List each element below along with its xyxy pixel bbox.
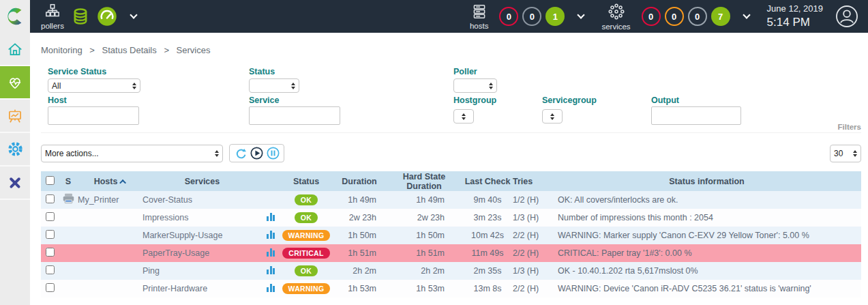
status-cell: CRITICAL bbox=[280, 244, 333, 262]
graph-icon[interactable] bbox=[267, 231, 275, 239]
pollers-label: pollers bbox=[41, 23, 64, 31]
status-badge: OK bbox=[295, 212, 318, 224]
status-counter[interactable]: 7 bbox=[711, 7, 730, 26]
poller-label: Poller bbox=[453, 67, 477, 76]
hosts-chevron-down-icon[interactable] bbox=[578, 11, 585, 18]
status-cell: WARNING bbox=[280, 227, 333, 244]
status-information-cell: OK: All covers/interlocks are ok. bbox=[552, 191, 861, 209]
host-icon-cell bbox=[59, 227, 78, 244]
service-link[interactable]: MarkerSupply-Usage bbox=[143, 231, 222, 240]
row-checkbox[interactable] bbox=[46, 230, 55, 239]
clock: June 12, 2019 5:14 PM bbox=[767, 3, 823, 29]
sidebar-item-monitoring[interactable] bbox=[0, 66, 30, 100]
breadcrumb-status-details[interactable]: Status Details bbox=[102, 45, 157, 55]
table-row: Printer-HardwareWARNING1h 53m1h 53m13m 8… bbox=[41, 280, 861, 297]
status-counter[interactable]: 1 bbox=[545, 7, 565, 26]
host-link[interactable]: My_Printer bbox=[78, 195, 119, 205]
last-check-cell: 9m 40s bbox=[462, 191, 513, 209]
breadcrumb-separator: > bbox=[164, 45, 169, 55]
pollers-menu[interactable]: pollers bbox=[41, 3, 64, 31]
row-checkbox[interactable] bbox=[46, 212, 55, 221]
hard-state-duration-cell: 1h 49m bbox=[386, 191, 462, 209]
service-link[interactable]: Cover-Status bbox=[143, 195, 192, 205]
service-label: Service bbox=[249, 96, 279, 105]
services-table: S Hosts Services Status Duration Hard St… bbox=[41, 171, 861, 297]
output-input[interactable] bbox=[651, 106, 741, 125]
service-status-select[interactable]: All bbox=[48, 78, 140, 93]
hostgroup-select[interactable] bbox=[453, 109, 474, 124]
sort-asc-icon bbox=[119, 179, 126, 186]
header-status[interactable]: Status bbox=[280, 171, 333, 191]
services-chevron-down-icon[interactable] bbox=[743, 11, 750, 18]
header-hosts[interactable]: Hosts bbox=[78, 171, 143, 191]
service-link[interactable]: Impressions bbox=[143, 213, 188, 222]
services-menu[interactable]: services bbox=[601, 2, 630, 31]
sidebar-item-configuration[interactable] bbox=[0, 133, 30, 166]
more-actions-select[interactable]: More actions... bbox=[41, 145, 223, 162]
hard-state-duration-cell: 2w 23h bbox=[386, 209, 462, 227]
select-all-checkbox[interactable] bbox=[46, 176, 55, 185]
printer-icon bbox=[62, 193, 75, 205]
sidebar-item-home[interactable] bbox=[0, 33, 30, 66]
row-checkbox[interactable] bbox=[46, 265, 55, 274]
row-checkbox[interactable] bbox=[46, 283, 55, 292]
services-icon bbox=[607, 2, 626, 21]
home-icon bbox=[6, 40, 24, 58]
refresh-button[interactable] bbox=[234, 147, 247, 160]
status-information-cell: WARNING: Marker supply 'Canon C-EXV 29 Y… bbox=[552, 227, 861, 244]
row-checkbox[interactable] bbox=[46, 248, 55, 257]
graph-cell bbox=[262, 191, 280, 209]
poller-chevron-down-icon[interactable] bbox=[130, 11, 137, 18]
row-checkbox[interactable] bbox=[46, 194, 55, 203]
tools-administration-icon bbox=[7, 175, 23, 191]
hosts-menu[interactable]: hosts bbox=[470, 3, 489, 31]
status-counter[interactable]: 0 bbox=[642, 7, 661, 26]
status-counter[interactable]: 0 bbox=[688, 7, 707, 26]
graph-icon[interactable] bbox=[267, 284, 275, 292]
header-hosts-label: Hosts bbox=[94, 177, 118, 186]
user-profile-icon[interactable] bbox=[835, 5, 858, 28]
service-link[interactable]: Ping bbox=[143, 266, 160, 276]
service-link[interactable]: Printer-Hardware bbox=[143, 284, 207, 293]
play-refresh-button[interactable] bbox=[250, 147, 263, 160]
breadcrumb-services[interactable]: Services bbox=[177, 45, 211, 55]
header-last-check[interactable]: Last Check bbox=[462, 171, 513, 191]
pause-refresh-button[interactable] bbox=[267, 147, 280, 160]
header-hard-state-duration[interactable]: Hard State Duration bbox=[386, 171, 462, 191]
hosts-counters: 001 bbox=[495, 7, 565, 26]
heart-pulse-monitoring-icon bbox=[6, 74, 24, 91]
pause-icon bbox=[267, 147, 280, 160]
service-input[interactable] bbox=[249, 106, 340, 125]
sidebar-item-reporting[interactable] bbox=[0, 100, 30, 133]
latency-gauge-icon[interactable] bbox=[97, 6, 117, 27]
status-counter[interactable]: 0 bbox=[522, 7, 541, 26]
header-services[interactable]: Services bbox=[143, 171, 262, 191]
row-select-cell bbox=[41, 209, 59, 227]
host-label: Host bbox=[48, 96, 67, 105]
header-duration[interactable]: Duration bbox=[333, 171, 386, 191]
status-counter[interactable]: 0 bbox=[499, 7, 518, 26]
duration-cell: 1h 50m bbox=[333, 227, 386, 244]
header-s[interactable]: S bbox=[59, 171, 78, 191]
poller-select[interactable] bbox=[453, 78, 497, 93]
graph-icon[interactable] bbox=[267, 213, 275, 221]
sidebar bbox=[0, 33, 30, 305]
servicegroup-select[interactable] bbox=[542, 109, 563, 124]
header-tries[interactable]: Tries bbox=[513, 171, 552, 191]
filters-tab[interactable]: Filters bbox=[837, 123, 861, 131]
graph-icon[interactable] bbox=[267, 248, 275, 257]
status-select[interactable] bbox=[249, 78, 299, 93]
hard-state-duration-cell: 1h 53m bbox=[386, 280, 462, 297]
toolbar: More actions... bbox=[41, 144, 861, 162]
service-link[interactable]: PaperTray-Usage bbox=[143, 248, 209, 258]
graph-icon[interactable] bbox=[267, 266, 275, 274]
status-information-cell: Number of impressions this month : 2054 bbox=[552, 209, 861, 227]
breadcrumb-monitoring[interactable]: Monitoring bbox=[41, 45, 83, 55]
centreon-logo[interactable] bbox=[0, 0, 30, 33]
sidebar-item-administration[interactable] bbox=[0, 166, 30, 200]
host-input[interactable] bbox=[48, 106, 139, 125]
database-status-icon[interactable] bbox=[71, 7, 90, 26]
page-size-select[interactable]: 30 bbox=[830, 145, 861, 162]
header-status-information[interactable]: Status information bbox=[552, 171, 861, 191]
status-counter[interactable]: 0 bbox=[665, 7, 684, 26]
